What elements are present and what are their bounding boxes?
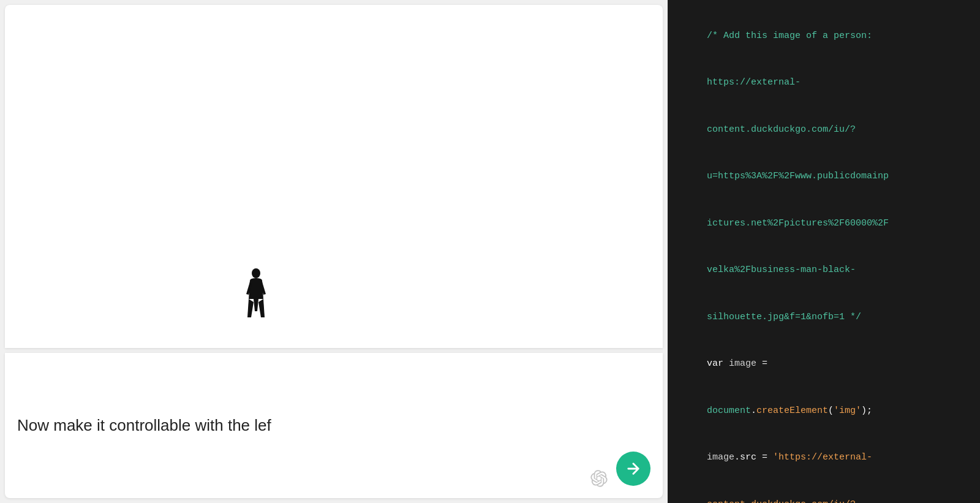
code-comment-1b: https://external- xyxy=(685,59,963,107)
openai-logo xyxy=(590,470,608,487)
code-comment-1: /* Add this image of a person: xyxy=(685,12,963,59)
code-comment-1d: u=https%3A%2F%2Fwww.publicdomainp xyxy=(685,153,963,200)
person-icon xyxy=(244,268,268,323)
input-area: Now make it controllable with the lef xyxy=(5,353,663,498)
svg-point-0 xyxy=(252,268,260,278)
code-comment-1c: content.duckduckgo.com/iu/? xyxy=(685,106,963,153)
left-panel: Now make it controllable with the lef xyxy=(0,0,668,503)
preview-area xyxy=(5,5,663,348)
arrow-right-icon xyxy=(625,460,642,477)
code-line-1: var image = xyxy=(685,341,963,388)
code-line-2: document.createElement('img'); xyxy=(685,387,963,434)
right-panel: /* Add this image of a person: https://e… xyxy=(668,0,980,503)
chat-input[interactable]: Now make it controllable with the lef xyxy=(17,416,650,435)
code-line-3: image.src = 'https://external- xyxy=(685,434,963,482)
person-figure xyxy=(244,268,268,323)
code-comment-1e: ictures.net%2Fpictures%2F60000%2F xyxy=(685,200,963,247)
code-comment-1g: silhouette.jpg&f=1&nofb=1 */ xyxy=(685,293,963,341)
code-comment-1f: velka%2Fbusiness-man-black- xyxy=(685,247,963,294)
code-line-3b: content.duckduckgo.com/iu/? xyxy=(685,481,963,503)
send-button[interactable] xyxy=(616,452,650,486)
